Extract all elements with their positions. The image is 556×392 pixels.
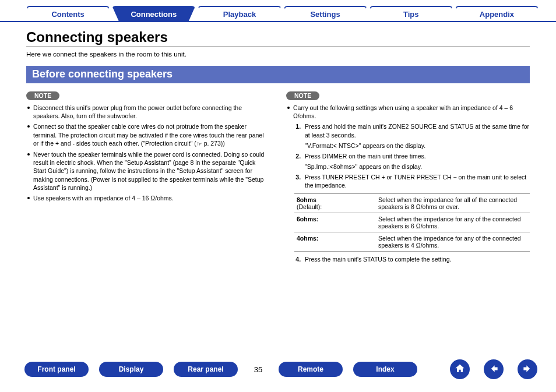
left-column: NOTE Disconnect this unit's power plug f…: [26, 91, 270, 266]
page-title: Connecting speakers: [26, 29, 530, 47]
tab-connections[interactable]: Connections: [112, 6, 195, 21]
note-text: )): [221, 140, 225, 147]
prev-page-button[interactable]: [484, 359, 504, 379]
table-row: 6ohms: Select when the impedance for any…: [294, 213, 530, 232]
tab-contents[interactable]: Contents: [26, 6, 110, 21]
note-label-left: NOTE: [26, 91, 59, 100]
footer-bar: Front panel Display Rear panel 35 Remote…: [0, 359, 556, 379]
tab-tips[interactable]: Tips: [370, 6, 453, 21]
arrow-left-icon: [488, 363, 499, 376]
link-icon: ☞: [196, 140, 202, 148]
left-note-item: Disconnect this unit's power plug from t…: [27, 104, 270, 120]
section-heading: Before connecting speakers: [26, 66, 530, 83]
imp-sublabel: (Default):: [297, 203, 322, 210]
imp-label: 6ohms:: [297, 216, 318, 223]
step-subtext: "V.Format:< NTSC>" appears on the displa…: [305, 142, 530, 150]
next-page-button[interactable]: [518, 359, 537, 379]
imp-label: 4ohms:: [297, 235, 318, 242]
step-text: Press and hold the main unit's ZONE2 SOU…: [305, 123, 529, 138]
step-2: Press DIMMER on the main unit three time…: [302, 152, 530, 171]
step-3: Press TUNER PRESET CH + or TUNER PRESET …: [302, 173, 530, 189]
home-icon: [454, 363, 466, 376]
step-text: Press TUNER PRESET CH + or TUNER PRESET …: [305, 174, 526, 189]
remote-button[interactable]: Remote: [279, 362, 343, 377]
page-number: 35: [248, 365, 268, 374]
top-tab-bar: Contents Connections Playback Settings T…: [0, 0, 556, 22]
left-note-item: Connect so that the speaker cable core w…: [27, 122, 270, 148]
note-label-right: NOTE: [286, 91, 319, 100]
imp-desc: Select when the impedance for all of the…: [378, 196, 527, 210]
step-subtext: "Sp.Imp.:<8ohms>" appears on the display…: [305, 163, 530, 171]
display-button[interactable]: Display: [99, 362, 163, 377]
tab-settings[interactable]: Settings: [284, 6, 367, 21]
step-text: Press the main unit's STATUS to complete…: [305, 256, 451, 263]
tab-playback[interactable]: Playback: [198, 6, 281, 21]
note-text: Connect so that the speaker cable core w…: [33, 123, 264, 146]
impedance-table: 8ohms (Default): Select when the impedan…: [294, 193, 530, 252]
tab-appendix[interactable]: Appendix: [455, 6, 539, 21]
front-panel-button[interactable]: Front panel: [24, 362, 89, 377]
protection-circuit-link[interactable]: p. 273: [204, 140, 221, 147]
home-button[interactable]: [450, 359, 470, 379]
table-row: 4ohms: Select when the impedance for any…: [294, 232, 530, 252]
imp-desc: Select when the impedance for any of the…: [378, 216, 527, 229]
rear-panel-button[interactable]: Rear panel: [174, 362, 238, 377]
imp-desc: Select when the impedance for any of the…: [378, 235, 527, 249]
imp-label: 8ohms: [297, 196, 316, 203]
arrow-right-icon: [522, 363, 533, 376]
right-note-item: Carry out the following settings when us…: [287, 104, 530, 120]
right-column: NOTE Carry out the following settings wh…: [286, 91, 530, 266]
table-row: 8ohms (Default): Select when the impedan…: [294, 194, 530, 213]
intro-text: Here we connect the speakers in the room…: [26, 51, 530, 58]
step-text: Press DIMMER on the main unit three time…: [305, 153, 426, 160]
left-note-item: Never touch the speaker terminals while …: [27, 150, 270, 192]
step-1: Press and hold the main unit's ZONE2 SOU…: [302, 122, 530, 150]
left-note-item: Use speakers with an impedance of 4 – 16…: [27, 194, 270, 202]
index-button[interactable]: Index: [353, 362, 417, 377]
page-content: Connecting speakers Here we connect the …: [0, 22, 556, 266]
step-4: Press the main unit's STATUS to complete…: [302, 255, 530, 263]
